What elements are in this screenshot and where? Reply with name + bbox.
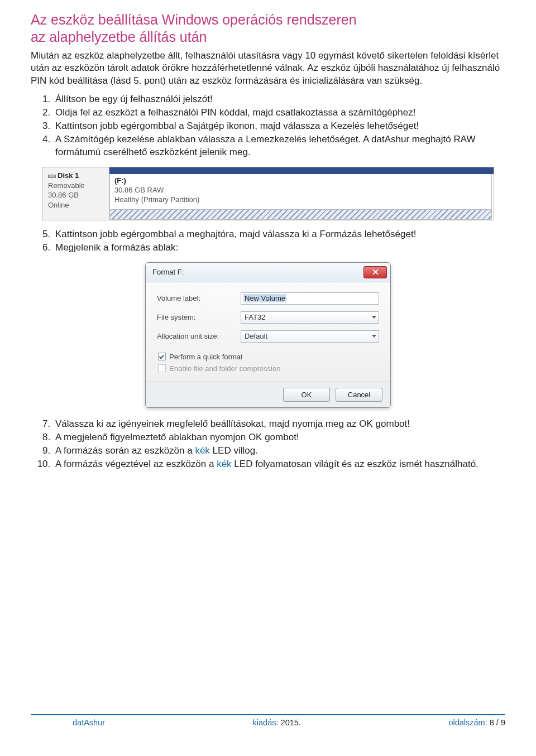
partition-size: 30.86 GB RAW <box>114 186 487 195</box>
close-icon <box>372 269 379 275</box>
step-item: Kattintson jobb egérgombbal a Sajátgép i… <box>53 120 505 133</box>
disk-partition-pane: (F:) 30.86 GB RAW Healthy (Primary Parti… <box>109 167 494 220</box>
disk-type: Removable <box>48 181 104 191</box>
dialog-title: Format F: <box>152 268 184 276</box>
blue-led-text: kék <box>195 445 209 456</box>
intro-paragraph: Miután az eszköz alaphelyzetbe állt, fel… <box>31 50 505 88</box>
footer-issue: kiadás: 2015. <box>253 718 301 727</box>
footer-rule <box>31 714 505 715</box>
step-list-3: Válassza ki az igényeinek megfelelő beál… <box>31 418 505 471</box>
step-item: Válassza ki az igényeinek megfelelő beál… <box>53 418 505 431</box>
format-dialog: Format F: Volume label: New Volume File … <box>145 262 391 408</box>
disk-name: Disk 1 <box>48 171 104 181</box>
footer-product: datAshur <box>73 718 105 727</box>
filesystem-label: File system: <box>157 313 241 321</box>
disk-management-screenshot: Disk 1 Removable 30.86 GB Online (F:) 30… <box>42 167 494 220</box>
chevron-down-icon <box>372 316 376 319</box>
step-item: A formázás végeztével az eszközön a kék … <box>53 458 505 471</box>
disk-status: Online <box>48 200 104 210</box>
cancel-button[interactable]: Cancel <box>336 388 382 402</box>
compression-label: Enable file and folder compression <box>169 364 280 373</box>
heading-line-2: az alaphelyzetbe állítás után <box>31 29 207 45</box>
partition-health: Healthy (Primary Partition) <box>114 195 487 205</box>
step-item: Kattintson jobb egérgombbal a meghajtóra… <box>53 228 505 241</box>
step-item: A formázás során az eszközön a kék LED v… <box>53 445 505 458</box>
volume-label-input[interactable]: New Volume <box>241 292 379 305</box>
dialog-titlebar: Format F: <box>146 263 390 282</box>
allocation-label: Allocation unit size: <box>157 332 241 340</box>
step-list-2: Kattintson jobb egérgombbal a meghajtóra… <box>31 228 505 254</box>
close-button[interactable] <box>363 266 387 278</box>
partition-hatched-bar <box>110 209 491 219</box>
step-item: A Számítógép kezelése ablakban válassza … <box>53 133 505 159</box>
step-item: A megjelenő figyelmeztető ablakban nyomj… <box>53 431 505 444</box>
partition-drive-letter: (F:) <box>114 176 487 186</box>
disk-icon <box>48 174 56 179</box>
volume-label-label: Volume label: <box>157 294 241 302</box>
dialog-footer: OK Cancel <box>146 382 390 407</box>
step-item: Állítson be egy új felhasználói jelszót! <box>53 93 505 106</box>
svg-rect-1 <box>49 175 55 177</box>
filesystem-select[interactable]: FAT32 <box>241 311 379 324</box>
disk-size: 30.86 GB <box>48 190 104 200</box>
quick-format-checkbox[interactable] <box>158 353 166 360</box>
chevron-down-icon <box>372 335 376 338</box>
allocation-value: Default <box>245 332 267 340</box>
footer-page-number: oldalszám: 8 / 9 <box>448 718 505 727</box>
step-list-1: Állítson be egy új felhasználói jelszót!… <box>31 93 505 159</box>
disk-header-bar <box>109 167 494 174</box>
allocation-select[interactable]: Default <box>241 330 379 343</box>
quick-format-label: Perform a quick format <box>169 353 243 361</box>
heading-line-1: Az eszköz beállítása Windows operációs r… <box>31 12 357 27</box>
ok-button[interactable]: OK <box>283 388 330 402</box>
dialog-body: Volume label: New Volume File system: FA… <box>146 282 390 382</box>
filesystem-value: FAT32 <box>245 313 265 321</box>
disk-summary-pane: Disk 1 Removable 30.86 GB Online <box>42 167 109 220</box>
volume-label-value: New Volume <box>243 294 286 302</box>
compression-checkbox[interactable] <box>158 364 166 372</box>
page-heading: Az eszköz beállítása Windows operációs r… <box>31 11 505 46</box>
step-item: Megjelenik a formázás ablak: <box>53 242 505 254</box>
blue-led-text: kék <box>217 459 231 469</box>
disk-partition: (F:) 30.86 GB RAW Healthy (Primary Parti… <box>109 174 492 220</box>
page-footer: datAshur kiadás: 2015. oldalszám: 8 / 9 <box>0 717 536 743</box>
step-item: Oldja fel az eszközt a felhasználói PIN … <box>53 107 505 119</box>
